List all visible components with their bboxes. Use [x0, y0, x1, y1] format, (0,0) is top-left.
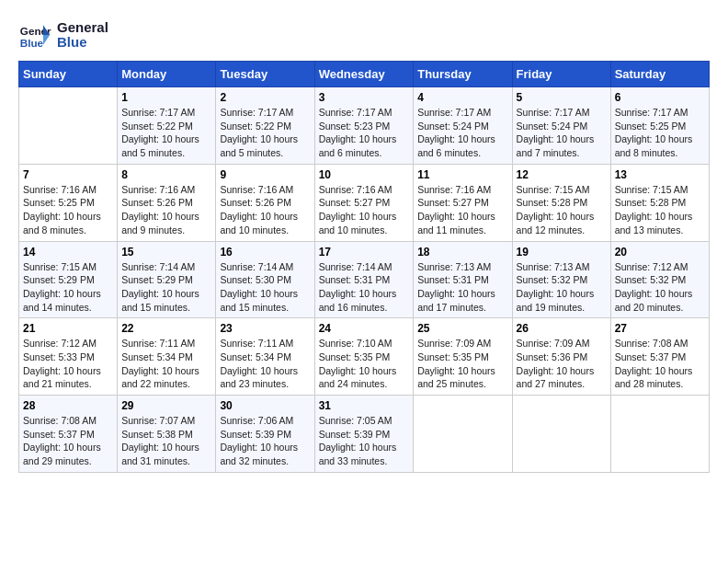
- week-row-2: 7Sunrise: 7:16 AMSunset: 5:25 PMDaylight…: [19, 164, 710, 241]
- sunrise-text: Sunrise: 7:16 AM: [220, 183, 310, 197]
- day-number: 26: [517, 322, 607, 335]
- daylight-text: Daylight: 10 hours and 9 minutes.: [121, 210, 211, 236]
- sunrise-text: Sunrise: 7:07 AM: [121, 414, 211, 428]
- day-info: Sunrise: 7:17 AMSunset: 5:23 PMDaylight:…: [319, 106, 410, 160]
- day-info: Sunrise: 7:09 AMSunset: 5:36 PMDaylight:…: [517, 337, 607, 391]
- calendar-cell: 17Sunrise: 7:14 AMSunset: 5:31 PMDayligh…: [314, 241, 414, 318]
- daylight-text: Daylight: 10 hours and 7 minutes.: [517, 132, 607, 159]
- calendar-cell: 2Sunrise: 7:17 AMSunset: 5:22 PMDaylight…: [216, 87, 314, 165]
- calendar-cell: 16Sunrise: 7:14 AMSunset: 5:30 PMDayligh…: [216, 241, 314, 318]
- daylight-text: Daylight: 10 hours and 5 minutes.: [220, 132, 310, 159]
- daylight-text: Daylight: 10 hours and 29 minutes.: [23, 441, 113, 467]
- daylight-text: Daylight: 10 hours and 24 minutes.: [319, 364, 410, 391]
- day-info: Sunrise: 7:16 AMSunset: 5:26 PMDaylight:…: [121, 183, 211, 237]
- sunset-text: Sunset: 5:24 PM: [517, 120, 607, 133]
- sunset-text: Sunset: 5:31 PM: [319, 273, 410, 287]
- weekday-header-saturday: Saturday: [610, 62, 709, 87]
- calendar-cell: [414, 396, 512, 473]
- sunrise-text: Sunrise: 7:17 AM: [220, 106, 310, 120]
- calendar-cell: [512, 396, 610, 473]
- calendar-cell: 11Sunrise: 7:16 AMSunset: 5:27 PMDayligh…: [414, 164, 512, 241]
- calendar-cell: [19, 87, 118, 165]
- day-number: 7: [23, 168, 113, 181]
- day-info: Sunrise: 7:16 AMSunset: 5:26 PMDaylight:…: [220, 183, 310, 237]
- calendar-cell: 14Sunrise: 7:15 AMSunset: 5:29 PMDayligh…: [19, 241, 118, 318]
- daylight-text: Daylight: 10 hours and 17 minutes.: [417, 287, 507, 314]
- calendar-cell: 21Sunrise: 7:12 AMSunset: 5:33 PMDayligh…: [19, 318, 118, 396]
- page-header: General Blue General Blue: [18, 18, 710, 52]
- sunrise-text: Sunrise: 7:05 AM: [319, 414, 410, 428]
- day-number: 29: [121, 399, 211, 412]
- daylight-text: Daylight: 10 hours and 32 minutes.: [220, 441, 310, 467]
- sunset-text: Sunset: 5:34 PM: [220, 350, 310, 364]
- sunrise-text: Sunrise: 7:09 AM: [517, 337, 607, 350]
- sunrise-text: Sunrise: 7:09 AM: [417, 337, 507, 350]
- day-number: 27: [615, 322, 705, 335]
- day-number: 19: [517, 246, 607, 259]
- logo-text-blue: Blue: [57, 35, 108, 51]
- sunrise-text: Sunrise: 7:10 AM: [319, 337, 410, 350]
- daylight-text: Daylight: 10 hours and 20 minutes.: [615, 287, 705, 314]
- sunset-text: Sunset: 5:23 PM: [319, 120, 410, 133]
- day-number: 30: [220, 399, 310, 412]
- calendar-header: SundayMondayTuesdayWednesdayThursdayFrid…: [19, 62, 710, 87]
- daylight-text: Daylight: 10 hours and 23 minutes.: [220, 364, 310, 391]
- sunrise-text: Sunrise: 7:13 AM: [417, 260, 507, 274]
- day-number: 2: [220, 91, 310, 104]
- calendar-cell: 23Sunrise: 7:11 AMSunset: 5:34 PMDayligh…: [216, 318, 314, 396]
- calendar-body: 1Sunrise: 7:17 AMSunset: 5:22 PMDaylight…: [19, 87, 710, 473]
- daylight-text: Daylight: 10 hours and 11 minutes.: [417, 210, 507, 236]
- calendar-cell: 15Sunrise: 7:14 AMSunset: 5:29 PMDayligh…: [118, 241, 216, 318]
- logo-text-general: General: [57, 20, 108, 36]
- sunrise-text: Sunrise: 7:14 AM: [319, 260, 410, 274]
- calendar-cell: 6Sunrise: 7:17 AMSunset: 5:25 PMDaylight…: [610, 87, 709, 165]
- calendar-cell: 1Sunrise: 7:17 AMSunset: 5:22 PMDaylight…: [118, 87, 216, 165]
- day-info: Sunrise: 7:16 AMSunset: 5:27 PMDaylight:…: [319, 183, 410, 237]
- sunset-text: Sunset: 5:22 PM: [121, 120, 211, 133]
- week-row-4: 21Sunrise: 7:12 AMSunset: 5:33 PMDayligh…: [19, 318, 710, 396]
- day-info: Sunrise: 7:15 AMSunset: 5:28 PMDaylight:…: [517, 183, 607, 237]
- sunrise-text: Sunrise: 7:14 AM: [220, 260, 310, 274]
- daylight-text: Daylight: 10 hours and 19 minutes.: [517, 287, 607, 314]
- weekday-header-monday: Monday: [118, 62, 216, 87]
- sunset-text: Sunset: 5:37 PM: [615, 350, 705, 364]
- weekday-header-thursday: Thursday: [414, 62, 512, 87]
- calendar-cell: 7Sunrise: 7:16 AMSunset: 5:25 PMDaylight…: [19, 164, 118, 241]
- day-number: 21: [23, 322, 113, 335]
- day-number: 11: [417, 168, 507, 181]
- calendar-cell: 18Sunrise: 7:13 AMSunset: 5:31 PMDayligh…: [414, 241, 512, 318]
- sunset-text: Sunset: 5:34 PM: [121, 350, 211, 364]
- calendar-table: SundayMondayTuesdayWednesdayThursdayFrid…: [18, 61, 710, 473]
- calendar-cell: 27Sunrise: 7:08 AMSunset: 5:37 PMDayligh…: [610, 318, 709, 396]
- day-number: 10: [319, 168, 410, 181]
- calendar-cell: 8Sunrise: 7:16 AMSunset: 5:26 PMDaylight…: [118, 164, 216, 241]
- day-number: 17: [319, 246, 410, 259]
- day-info: Sunrise: 7:05 AMSunset: 5:39 PMDaylight:…: [319, 414, 410, 468]
- calendar-cell: [610, 396, 709, 473]
- daylight-text: Daylight: 10 hours and 10 minutes.: [319, 210, 410, 236]
- daylight-text: Daylight: 10 hours and 6 minutes.: [319, 132, 410, 159]
- calendar-cell: 13Sunrise: 7:15 AMSunset: 5:28 PMDayligh…: [610, 164, 709, 241]
- logo-icon: General Blue: [18, 18, 51, 52]
- sunset-text: Sunset: 5:29 PM: [23, 273, 113, 287]
- day-number: 16: [220, 246, 310, 259]
- sunrise-text: Sunrise: 7:06 AM: [220, 414, 310, 428]
- sunset-text: Sunset: 5:30 PM: [220, 273, 310, 287]
- daylight-text: Daylight: 10 hours and 31 minutes.: [121, 441, 211, 467]
- sunset-text: Sunset: 5:24 PM: [417, 120, 507, 133]
- sunset-text: Sunset: 5:39 PM: [220, 428, 310, 442]
- calendar-cell: 28Sunrise: 7:08 AMSunset: 5:37 PMDayligh…: [19, 396, 118, 473]
- calendar-cell: 24Sunrise: 7:10 AMSunset: 5:35 PMDayligh…: [314, 318, 414, 396]
- day-info: Sunrise: 7:09 AMSunset: 5:35 PMDaylight:…: [417, 337, 507, 391]
- daylight-text: Daylight: 10 hours and 22 minutes.: [121, 364, 211, 391]
- daylight-text: Daylight: 10 hours and 8 minutes.: [23, 210, 113, 236]
- day-number: 18: [417, 246, 507, 259]
- sunset-text: Sunset: 5:32 PM: [615, 273, 705, 287]
- sunrise-text: Sunrise: 7:16 AM: [23, 183, 113, 197]
- day-number: 13: [615, 168, 705, 181]
- day-info: Sunrise: 7:08 AMSunset: 5:37 PMDaylight:…: [615, 337, 705, 391]
- weekday-header-sunday: Sunday: [19, 62, 118, 87]
- sunrise-text: Sunrise: 7:12 AM: [615, 260, 705, 274]
- calendar-cell: 31Sunrise: 7:05 AMSunset: 5:39 PMDayligh…: [314, 396, 414, 473]
- sunset-text: Sunset: 5:22 PM: [220, 120, 310, 133]
